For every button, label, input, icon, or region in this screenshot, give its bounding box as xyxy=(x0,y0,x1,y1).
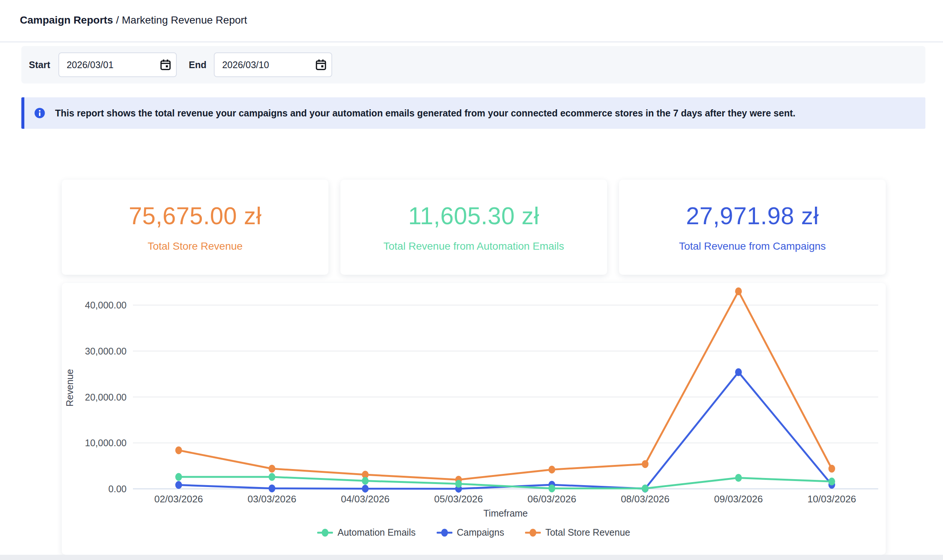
data-point[interactable] xyxy=(642,485,649,492)
data-point[interactable] xyxy=(735,368,742,376)
y-axis-tick-label: 20,000.00 xyxy=(85,392,126,402)
chart-legend: Automation EmailsCampaignsTotal Store Re… xyxy=(62,527,886,538)
x-axis-tick-label: 06/03/2026 xyxy=(528,493,576,505)
data-point[interactable] xyxy=(175,446,182,454)
data-point[interactable] xyxy=(268,465,275,472)
legend-label: Automation Emails xyxy=(337,527,415,538)
x-axis-title: Timeframe xyxy=(484,508,528,518)
data-point[interactable] xyxy=(642,460,649,468)
stat-card-total-store-revenue: 75,675.00 zł Total Store Revenue xyxy=(62,180,328,275)
data-point[interactable] xyxy=(268,485,275,492)
data-point[interactable] xyxy=(455,480,462,488)
stat-value: 27,971.98 zł xyxy=(686,202,819,230)
legend-marker-icon xyxy=(317,528,333,537)
breadcrumb-separator: / xyxy=(113,14,122,26)
data-point[interactable] xyxy=(549,485,555,492)
end-date-wrap xyxy=(214,52,332,77)
page: Campaign Reports / Marketing Revenue Rep… xyxy=(0,0,943,560)
info-banner-text: This report shows the total revenue your… xyxy=(55,108,795,118)
y-axis-tick-label: 40,000.00 xyxy=(85,300,126,310)
data-point[interactable] xyxy=(175,473,182,481)
start-date-input[interactable] xyxy=(59,52,177,77)
series-line-automation-emails xyxy=(179,477,832,489)
breadcrumb: Campaign Reports / Marketing Revenue Rep… xyxy=(20,14,247,26)
page-bottom-background xyxy=(0,555,943,560)
data-point[interactable] xyxy=(828,465,835,472)
date-filter-bar: Start End xyxy=(22,46,925,83)
stat-value: 75,675.00 zł xyxy=(129,202,262,230)
x-axis-tick-label: 10/03/2026 xyxy=(807,493,856,505)
header-divider xyxy=(0,42,943,42)
x-axis-tick-label: 08/03/2026 xyxy=(621,493,670,505)
y-axis-tick-label: 30,000.00 xyxy=(85,346,126,356)
legend-marker-icon xyxy=(525,528,541,537)
y-axis-title: Revenue xyxy=(65,369,75,406)
legend-item-total-store-revenue[interactable]: Total Store Revenue xyxy=(525,527,630,538)
stat-card-campaigns-revenue: 27,971.98 zł Total Revenue from Campaign… xyxy=(619,180,886,275)
info-banner: This report shows the total revenue your… xyxy=(22,97,925,129)
stat-card-automation-emails-revenue: 11,605.30 zł Total Revenue from Automati… xyxy=(341,180,607,275)
data-point[interactable] xyxy=(362,477,368,485)
legend-item-automation-emails[interactable]: Automation Emails xyxy=(317,527,415,538)
x-axis-tick-label: 02/03/2026 xyxy=(154,493,203,505)
x-axis-tick-label: 04/03/2026 xyxy=(341,493,390,505)
data-point[interactable] xyxy=(549,466,555,474)
end-date-label: End xyxy=(189,60,206,70)
series-line-total-store-revenue xyxy=(179,291,832,480)
breadcrumb-section[interactable]: Campaign Reports xyxy=(20,14,113,26)
data-point[interactable] xyxy=(735,474,742,482)
data-point[interactable] xyxy=(175,481,182,489)
stat-label: Total Revenue from Campaigns xyxy=(679,240,826,252)
end-date-input[interactable] xyxy=(214,52,332,77)
stat-label: Total Store Revenue xyxy=(148,240,243,252)
legend-label: Total Store Revenue xyxy=(545,527,630,538)
legend-item-campaigns[interactable]: Campaigns xyxy=(437,527,504,538)
x-axis-tick-label: 03/03/2026 xyxy=(248,493,296,505)
stat-label: Total Revenue from Automation Emails xyxy=(384,240,564,252)
y-axis-tick-label: 0.00 xyxy=(108,484,126,494)
revenue-line-chart: 0.0010,000.0020,000.0030,000.0040,000.00… xyxy=(62,283,886,555)
info-icon xyxy=(34,108,45,118)
legend-marker-icon xyxy=(437,528,452,537)
x-axis-tick-label: 09/03/2026 xyxy=(714,493,763,505)
series-line-campaigns xyxy=(179,372,832,489)
start-date-label: Start xyxy=(29,60,50,70)
breadcrumb-page-title: Marketing Revenue Report xyxy=(122,14,247,26)
stat-value: 11,605.30 zł xyxy=(408,202,539,230)
x-axis-tick-label: 05/03/2026 xyxy=(434,493,483,505)
legend-label: Campaigns xyxy=(457,527,504,538)
y-axis-tick-label: 10,000.00 xyxy=(85,438,126,448)
revenue-chart-card: 0.0010,000.0020,000.0030,000.0040,000.00… xyxy=(62,283,886,555)
data-point[interactable] xyxy=(735,288,742,295)
data-point[interactable] xyxy=(268,473,275,481)
start-date-wrap xyxy=(59,52,177,77)
data-point[interactable] xyxy=(362,485,368,492)
data-point[interactable] xyxy=(828,478,835,486)
